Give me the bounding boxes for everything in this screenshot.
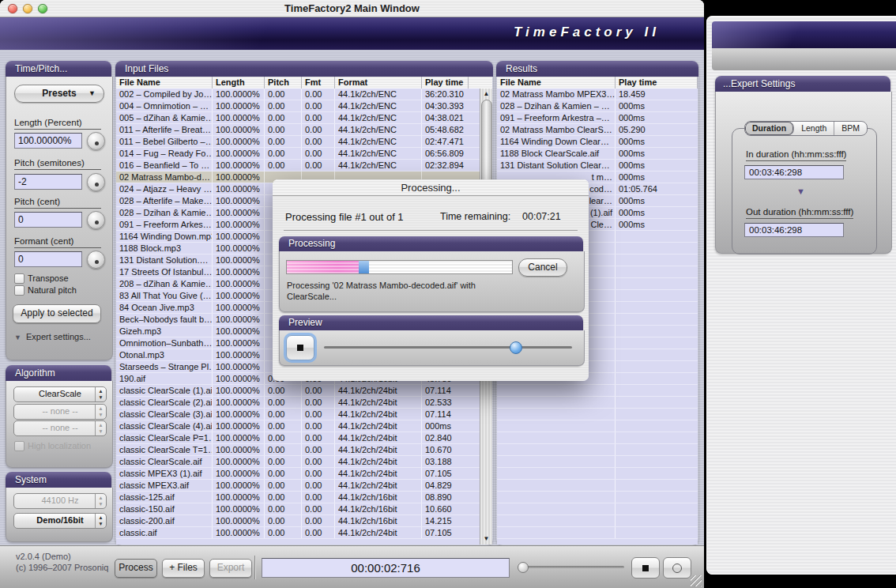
table-row[interactable]: 091 – Freeform Arkestra –…000ms — [497, 112, 698, 124]
table-row[interactable]: 02 Matrass Mambo ClearS…05.290 — [497, 124, 698, 136]
column-header-format[interactable]: Format — [335, 77, 422, 89]
cell-length: 100.0000% — [213, 136, 265, 147]
column-header-length[interactable]: Length — [213, 77, 265, 89]
presets-button[interactable]: Presets ▼ — [14, 85, 104, 103]
table-row[interactable] — [497, 515, 698, 527]
transport-slider[interactable] — [519, 566, 624, 568]
cell-pitch: 0.00 — [265, 527, 302, 538]
formant-knob[interactable] — [87, 251, 105, 269]
table-row[interactable]: classic ClearScale P=1…100.0000%0.000.00… — [116, 432, 480, 444]
length-input[interactable] — [14, 133, 82, 149]
input-files-column-headers[interactable]: File Name Length Pitch Fmt Format Play t… — [116, 77, 492, 89]
table-row[interactable]: classic ClearScale (2).aif100.0000%0.000… — [116, 397, 480, 409]
table-row[interactable]: 016 – Beanfield – To …100.0000%0.000.004… — [116, 160, 480, 172]
table-row[interactable]: classic-125.aif100.0000%0.000.0044.1k/2c… — [116, 492, 480, 503]
high-localization-checkbox[interactable] — [14, 441, 24, 451]
table-row[interactable]: classic ClearScale (1).aif100.0000%0.000… — [116, 385, 480, 397]
table-row[interactable]: 011 – Bebel Gilberto –…100.0000%0.000.00… — [116, 136, 480, 148]
table-row[interactable]: classic ClearScale (4).aif100.0000%0.000… — [116, 420, 480, 432]
table-row[interactable]: 028 – Dzihan & Kamien – …000ms — [497, 100, 698, 112]
table-row[interactable]: 131 Distant Solution Clear…000ms — [497, 160, 698, 172]
pitch-semitones-input[interactable] — [14, 174, 82, 190]
table-row[interactable] — [497, 420, 698, 432]
pitch-cent-knob[interactable] — [87, 211, 105, 229]
table-row[interactable]: classic.aif100.0000%0.000.0044.1k/2ch/24… — [116, 527, 480, 539]
tab-bpm[interactable]: BPM — [834, 122, 867, 135]
column-header-playtime[interactable]: Play time — [422, 77, 469, 89]
table-row[interactable] — [497, 503, 698, 515]
algorithm-primary-select[interactable]: ClearScale ▲▼ — [13, 386, 107, 402]
table-row[interactable]: classic-200.aif100.0000%0.000.0044.1k/2c… — [116, 515, 480, 527]
preview-stop-button[interactable] — [286, 335, 314, 360]
table-row[interactable] — [497, 397, 698, 409]
preview-slider-thumb[interactable] — [510, 341, 522, 354]
record-button[interactable] — [663, 557, 691, 579]
formant-input[interactable] — [14, 251, 82, 267]
table-row[interactable]: 014 – Fug – Ready Fo…100.0000%0.000.0044… — [116, 148, 480, 160]
cell-name: 1188 Block.mp3 — [116, 243, 213, 254]
column-header-filename[interactable]: File Name — [116, 77, 213, 89]
table-row[interactable]: 02 Matrass Mambo MPEX3…18.459 — [497, 89, 698, 100]
process-button[interactable]: Process — [115, 559, 157, 578]
resize-grip[interactable] — [691, 575, 702, 586]
scroll-down-icon[interactable]: ▼ — [480, 533, 492, 545]
table-row[interactable] — [497, 432, 698, 444]
algorithm-tertiary-select[interactable]: -- none -- ▲▼ — [13, 420, 107, 436]
table-row[interactable] — [497, 444, 698, 456]
title-bar[interactable]: TimeFactory2 Main Window — [0, 0, 704, 17]
table-row[interactable]: 002 – Compiled by Jo…100.0000%0.000.0044… — [116, 89, 480, 100]
table-row[interactable]: classic ClearScale.aif100.0000%0.000.004… — [116, 456, 480, 468]
cell-name: 011 – Afterlife – Breat… — [116, 124, 213, 135]
transport-slider-thumb[interactable] — [518, 562, 529, 573]
column-header-playtime[interactable]: Play time — [616, 77, 698, 89]
table-row[interactable]: classic MPEX3 (1).aif100.0000%0.000.0044… — [116, 468, 480, 480]
preview-slider[interactable] — [324, 346, 572, 349]
table-row[interactable] — [497, 385, 698, 397]
tab-length[interactable]: Length — [794, 122, 834, 135]
table-row[interactable]: 1188 Block ClearScale.aif000ms — [497, 148, 698, 160]
table-row[interactable]: 1164 Winding Down Clear…000ms — [497, 136, 698, 148]
preview-group: Preview — [279, 315, 583, 366]
export-button[interactable]: Export — [209, 559, 252, 578]
table-row[interactable]: 011 – Afterlife – Breat…100.0000%0.000.0… — [116, 124, 480, 136]
results-column-headers[interactable]: File Name Play time — [497, 77, 698, 89]
dialog-title-bar[interactable]: Processing... — [273, 179, 589, 196]
stop-button[interactable] — [631, 557, 660, 579]
cell-format: 44.1k/2ch/16bit — [335, 503, 422, 514]
mode-select[interactable]: Demo/16bit ▲▼ — [13, 513, 107, 529]
table-row[interactable]: classic ClearScale T=1…100.0000%0.000.00… — [116, 444, 480, 456]
tab-duration[interactable]: Duration — [745, 122, 794, 135]
in-duration-input[interactable] — [744, 165, 844, 179]
table-row[interactable] — [497, 456, 698, 468]
pitch-cent-input[interactable] — [14, 212, 82, 228]
out-duration-input[interactable] — [744, 223, 844, 237]
table-row[interactable] — [497, 527, 698, 539]
natural-pitch-checkbox[interactable] — [14, 285, 24, 296]
cell-play: 07.105 — [422, 527, 480, 538]
cell-fmt: 0.00 — [302, 89, 335, 100]
column-header-pitch[interactable]: Pitch — [265, 77, 302, 89]
add-files-button[interactable]: + Files — [162, 559, 205, 578]
table-row[interactable] — [497, 409, 698, 420]
input-files-header: Input Files — [115, 61, 493, 77]
expert-settings-toggle[interactable]: ▼Expert settings... — [14, 332, 91, 341]
algorithm-secondary-select[interactable]: -- none -- ▲▼ — [13, 404, 107, 420]
transpose-checkbox[interactable] — [14, 273, 24, 284]
apply-to-selected-button[interactable]: Apply to selected — [13, 304, 101, 323]
length-knob[interactable] — [87, 132, 105, 150]
pitch-semitones-knob[interactable] — [87, 173, 105, 191]
scroll-up-icon[interactable]: ▲ — [480, 89, 492, 100]
table-row[interactable]: 005 – dZihan & Kamie…100.0000%0.000.0044… — [116, 112, 480, 124]
column-header-fmt[interactable]: Fmt — [302, 77, 335, 89]
processing-message: Processing '02 Matrass Mambo-decoded.aif… — [287, 280, 476, 302]
table-row[interactable] — [497, 480, 698, 492]
table-row[interactable] — [497, 468, 698, 480]
cancel-button[interactable]: Cancel — [518, 258, 567, 277]
table-row[interactable]: classic-150.aif100.0000%0.000.0044.1k/2c… — [116, 503, 480, 515]
table-row[interactable]: 004 – Omnimotion – …100.0000%0.000.0044.… — [116, 100, 480, 112]
column-header-filename[interactable]: File Name — [497, 77, 616, 89]
table-row[interactable]: classic MPEX3.aif100.0000%0.000.0044.1k/… — [116, 480, 480, 492]
table-row[interactable] — [497, 492, 698, 503]
table-row[interactable]: classic ClearScale (3).aif100.0000%0.000… — [116, 409, 480, 420]
sample-rate-select[interactable]: 44100 Hz ▲▼ — [13, 493, 107, 509]
